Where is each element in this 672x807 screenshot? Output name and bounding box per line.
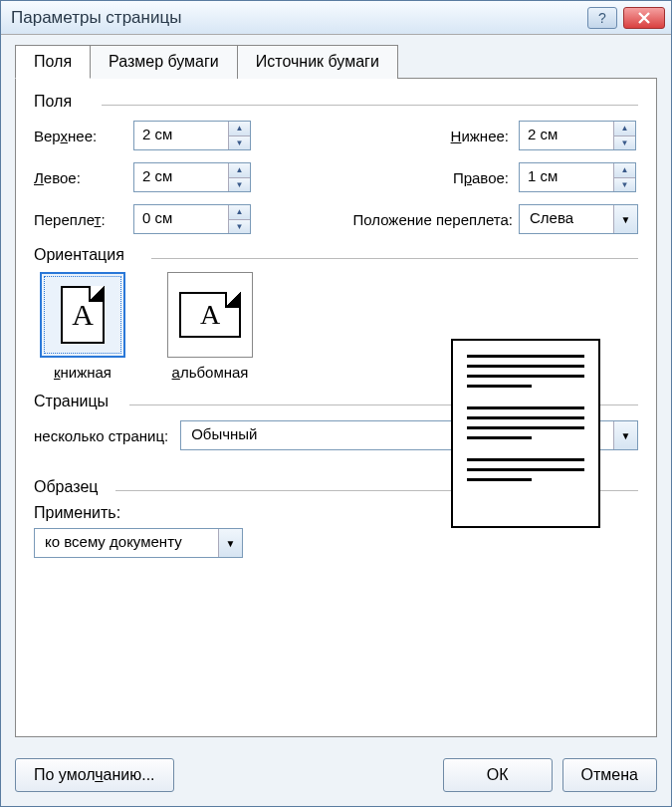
spin-down-icon[interactable]: ▼: [614, 135, 635, 150]
page-preview: [451, 339, 600, 528]
select-gutter-position[interactable]: Слева ▼: [519, 204, 638, 234]
label-top-margin: Верхнее:: [34, 128, 133, 144]
chevron-down-icon: ▼: [613, 421, 637, 449]
label-left-margin: Левое:: [34, 169, 133, 186]
dialog-footer: По умолчанию... ОК Отмена: [15, 758, 657, 792]
tab-paper-size[interactable]: Размер бумаги: [90, 45, 238, 79]
chevron-down-icon: ▼: [613, 205, 637, 233]
group-margins-label: Поля: [34, 93, 638, 111]
spin-up-icon[interactable]: ▲: [614, 163, 635, 177]
label-gutter-position: Положение переплета:: [320, 211, 519, 228]
group-margins: Поля Верхнее: 2 см ▲▼ Нижнее: 2 см ▲▼ Ле…: [34, 93, 638, 234]
input-left-margin[interactable]: 2 см ▲▼: [133, 162, 251, 192]
spin-down-icon[interactable]: ▼: [229, 219, 250, 234]
spin-up-icon[interactable]: ▲: [229, 205, 250, 219]
cancel-button[interactable]: Отмена: [562, 758, 657, 792]
tab-fields[interactable]: Поля: [15, 45, 91, 79]
spin-up-icon[interactable]: ▲: [229, 163, 250, 177]
orientation-portrait[interactable]: A книжная: [40, 272, 125, 381]
portrait-icon: A: [40, 272, 125, 358]
help-button[interactable]: ?: [587, 7, 617, 29]
input-right-margin[interactable]: 1 см ▲▼: [519, 162, 636, 192]
tab-paper-source[interactable]: Источник бумаги: [237, 45, 398, 79]
close-icon: [637, 12, 651, 24]
orientation-landscape[interactable]: A альбомная: [167, 272, 253, 381]
tab-strip: Поля Размер бумаги Источник бумаги: [15, 45, 657, 79]
landscape-icon: A: [167, 272, 253, 358]
window-title: Параметры страницы: [11, 8, 587, 28]
spin-down-icon[interactable]: ▼: [229, 177, 250, 192]
tab-pane-fields: Поля Верхнее: 2 см ▲▼ Нижнее: 2 см ▲▼ Ле…: [15, 78, 657, 737]
default-button[interactable]: По умолчанию...: [15, 758, 174, 792]
dialog-page-setup: Параметры страницы ? Поля Размер бумаги …: [0, 0, 672, 807]
input-top-margin[interactable]: 2 см ▲▼: [133, 121, 251, 150]
group-sample: Образец Применить: ко всему документу ▼: [34, 478, 638, 558]
spin-down-icon[interactable]: ▼: [614, 177, 635, 192]
select-apply-to[interactable]: ко всему документу ▼: [34, 528, 243, 558]
spin-up-icon[interactable]: ▲: [614, 122, 635, 135]
label-multiple-pages: несколько страниц:: [34, 427, 168, 444]
label-gutter: Переплет:: [34, 211, 133, 228]
spin-down-icon[interactable]: ▼: [229, 135, 250, 150]
orientation-portrait-label: книжная: [40, 364, 125, 381]
titlebar: Параметры страницы ?: [1, 1, 671, 35]
ok-button[interactable]: ОК: [443, 758, 553, 792]
close-button[interactable]: [623, 7, 665, 29]
chevron-down-icon: ▼: [218, 529, 242, 557]
input-bottom-margin[interactable]: 2 см ▲▼: [519, 121, 636, 150]
group-orientation-label: Ориентация: [34, 246, 638, 264]
label-right-margin: Правое:: [369, 169, 519, 186]
label-bottom-margin: Нижнее:: [369, 128, 519, 144]
input-gutter[interactable]: 0 см ▲▼: [133, 204, 251, 234]
client-area: Поля Размер бумаги Источник бумаги Поля …: [1, 35, 671, 806]
orientation-landscape-label: альбомная: [167, 364, 253, 381]
label-apply-to: Применить:: [34, 504, 243, 522]
spin-up-icon[interactable]: ▲: [229, 122, 250, 135]
